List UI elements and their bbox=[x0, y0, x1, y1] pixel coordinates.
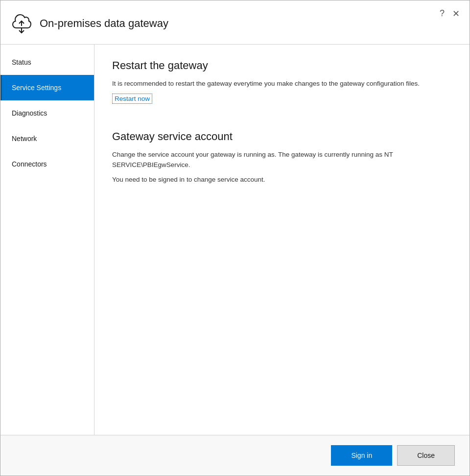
sign-in-button[interactable]: Sign in bbox=[331, 445, 392, 466]
window-controls: ? ✕ bbox=[440, 8, 460, 19]
sidebar-item-service-settings-label: Service Settings bbox=[12, 84, 61, 92]
sidebar: Status Service Settings Diagnostics Netw… bbox=[0, 45, 94, 435]
sidebar-item-diagnostics-label: Diagnostics bbox=[12, 109, 47, 117]
cloud-gateway-icon bbox=[10, 12, 33, 35]
content-area: Status Service Settings Diagnostics Netw… bbox=[0, 45, 470, 435]
close-footer-button[interactable]: Close bbox=[397, 445, 455, 466]
gateway-account-description2: You need to be signed in to change servi… bbox=[112, 175, 452, 185]
sidebar-item-diagnostics[interactable]: Diagnostics bbox=[0, 100, 94, 126]
gateway-account-title: Gateway service account bbox=[112, 130, 452, 143]
sidebar-item-status[interactable]: Status bbox=[0, 49, 94, 75]
sidebar-item-service-settings[interactable]: Service Settings bbox=[0, 75, 94, 100]
footer: Sign in Close bbox=[0, 435, 470, 476]
window-title: On-premises data gateway bbox=[40, 17, 460, 30]
sidebar-item-network[interactable]: Network bbox=[0, 126, 94, 151]
main-window: On-premises data gateway ? ✕ Status Serv… bbox=[0, 0, 470, 476]
sidebar-item-connectors[interactable]: Connectors bbox=[0, 151, 94, 177]
gateway-account-description1: Change the service account your gateway … bbox=[112, 150, 452, 170]
sidebar-item-network-label: Network bbox=[12, 135, 37, 143]
help-button[interactable]: ? bbox=[440, 8, 445, 19]
restart-section-description: It is recommended to restart the gateway… bbox=[112, 79, 452, 89]
restart-now-link[interactable]: Restart now bbox=[112, 94, 152, 104]
restart-section: Restart the gateway It is recommended to… bbox=[112, 59, 452, 119]
sidebar-item-status-label: Status bbox=[12, 58, 31, 66]
title-bar: On-premises data gateway ? ✕ bbox=[0, 0, 470, 45]
sidebar-item-connectors-label: Connectors bbox=[12, 160, 47, 168]
restart-section-title: Restart the gateway bbox=[112, 59, 452, 72]
main-content: Restart the gateway It is recommended to… bbox=[94, 45, 470, 435]
close-button[interactable]: ✕ bbox=[452, 8, 460, 19]
gateway-account-section: Gateway service account Change the servi… bbox=[112, 130, 452, 185]
